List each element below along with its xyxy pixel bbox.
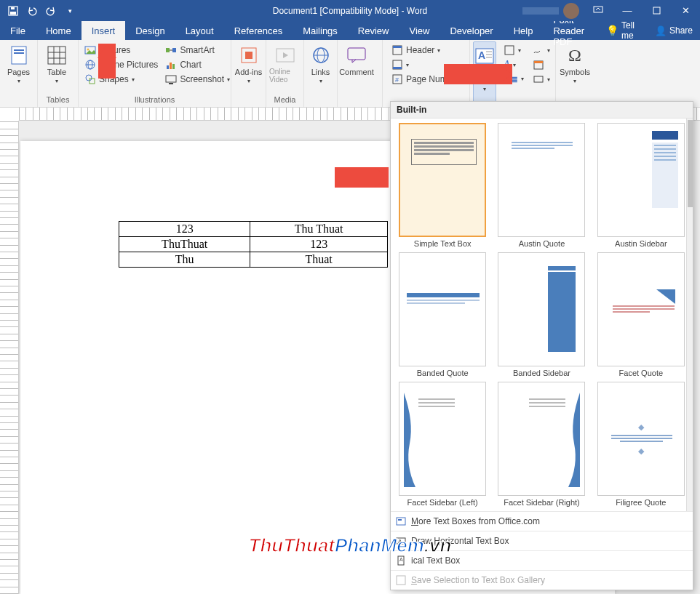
table-row: 123Thu Thuat xyxy=(119,222,388,237)
user-name-placeholder xyxy=(522,7,559,15)
svg-rect-50 xyxy=(398,519,402,521)
svg-rect-28 xyxy=(245,52,252,59)
gallery-item-facet-sidebar-left[interactable]: Facet Sidebar (Left) xyxy=(395,382,490,507)
tab-help[interactable]: Help xyxy=(504,21,544,40)
maximize-button[interactable] xyxy=(642,0,671,21)
svg-rect-20 xyxy=(166,48,170,52)
svg-rect-23 xyxy=(170,63,172,69)
share-button[interactable]: Share xyxy=(669,25,693,36)
svg-rect-45 xyxy=(505,46,514,55)
annotation-arrow xyxy=(335,167,389,188)
qat-customize-icon[interactable]: ▾ xyxy=(63,4,77,18)
textbox-dropdown: Built-in Simple Text Box Austin Quote Au… xyxy=(390,101,693,590)
tab-layout[interactable]: Layout xyxy=(175,21,224,40)
group-illustrations-label: Illustrations xyxy=(81,95,228,105)
chart-button[interactable]: Chart xyxy=(162,58,233,71)
annotation-arrow xyxy=(444,64,512,84)
more-textboxes-menu[interactable]: More Text Boxes from Office.com xyxy=(391,511,693,531)
svg-rect-26 xyxy=(169,83,173,84)
svg-rect-8 xyxy=(48,47,65,64)
svg-rect-22 xyxy=(167,65,169,69)
save-to-gallery-menu: Save Selection to Text Box Gallery xyxy=(391,570,693,590)
links-button[interactable]: Links▾ xyxy=(307,41,334,105)
svg-text:A: A xyxy=(399,557,403,562)
vertical-ruler[interactable] xyxy=(0,121,19,594)
svg-rect-48 xyxy=(534,76,543,82)
tab-developer[interactable]: Developer xyxy=(440,21,503,40)
minimize-button[interactable]: — xyxy=(613,0,642,21)
watermark-text: ThuThuatPhanMem.vn xyxy=(249,534,452,557)
date-time-button[interactable] xyxy=(530,58,553,71)
ribbon-tabs: File Home Insert Design Layout Reference… xyxy=(0,21,700,40)
tab-insert[interactable]: Insert xyxy=(81,21,126,40)
dropdown-section-header: Built-in xyxy=(391,102,693,119)
tab-home[interactable]: Home xyxy=(36,21,81,40)
document-table[interactable]: 123Thu Thuat ThuThuat123 ThuThuat xyxy=(119,221,388,268)
svg-rect-4 xyxy=(653,7,660,14)
gallery-item-austin-quote[interactable]: Austin Quote xyxy=(494,123,589,248)
group-media-label: Media xyxy=(269,95,301,105)
svg-rect-37 xyxy=(393,67,402,69)
gallery-item-filigree-quote[interactable]: ◆◆Filigree Quote xyxy=(594,382,688,507)
online-video-button[interactable]: Online Video xyxy=(269,41,301,95)
undo-button[interactable] xyxy=(25,4,39,18)
svg-rect-49 xyxy=(397,518,405,525)
pictures-button[interactable]: Pictures xyxy=(81,44,161,57)
object-button[interactable]: ▾ xyxy=(530,73,553,86)
svg-rect-25 xyxy=(166,76,176,82)
svg-rect-24 xyxy=(172,64,175,69)
tab-references[interactable]: References xyxy=(224,21,293,40)
pages-button[interactable]: Pages▾ xyxy=(3,41,34,105)
ribbon-options-button[interactable] xyxy=(584,0,613,21)
close-button[interactable]: ✕ xyxy=(671,0,700,21)
online-pictures-button[interactable]: Online Pictures xyxy=(81,58,161,71)
gallery-item-banded-sidebar[interactable]: Banded Sidebar xyxy=(494,252,589,377)
title-bar: ▾ Document1 [Compatibility Mode] - Word … xyxy=(0,0,700,21)
tab-mailings[interactable]: Mailings xyxy=(293,21,348,40)
tab-design[interactable]: Design xyxy=(125,21,175,40)
comment-button[interactable]: Comment xyxy=(341,41,373,105)
window-title: Document1 [Compatibility Mode] - Word xyxy=(273,6,428,16)
share-icon: 👤 xyxy=(655,25,667,36)
svg-rect-21 xyxy=(172,48,176,52)
symbols-button[interactable]: ΩSymbols▾ xyxy=(559,41,591,105)
svg-text:#: # xyxy=(395,76,399,84)
tell-me[interactable]: Tell me xyxy=(621,20,640,41)
svg-rect-19 xyxy=(90,79,95,84)
gallery-item-austin-sidebar[interactable]: Austin Sidebar xyxy=(594,123,688,248)
tab-file[interactable]: File xyxy=(0,21,36,40)
lightbulb-icon: 💡 xyxy=(606,25,619,36)
svg-rect-33 xyxy=(348,48,365,60)
annotation-arrow xyxy=(98,44,116,79)
quick-parts-button[interactable]: ▾ xyxy=(501,44,527,57)
svg-rect-7 xyxy=(14,52,24,54)
svg-rect-47 xyxy=(534,61,543,63)
svg-text:A: A xyxy=(478,49,485,61)
addins-button[interactable]: Add-ins▾ xyxy=(234,41,263,105)
shapes-button[interactable]: Shapes ▾ xyxy=(81,73,161,86)
save-button[interactable] xyxy=(6,4,20,18)
table-row: ThuThuat123 xyxy=(119,237,388,252)
gallery-item-facet-sidebar-right[interactable]: Facet Sidebar (Right) xyxy=(494,382,589,507)
tab-view[interactable]: View xyxy=(399,21,440,40)
tab-review[interactable]: Review xyxy=(348,21,399,40)
tab-foxit[interactable]: Foxit Reader PDF xyxy=(543,21,606,40)
gallery-scrollbar[interactable] xyxy=(686,119,693,511)
svg-rect-3 xyxy=(594,7,602,12)
svg-rect-55 xyxy=(397,576,405,585)
svg-rect-5 xyxy=(12,47,26,64)
svg-point-18 xyxy=(86,75,92,81)
smartart-button[interactable]: SmartArt xyxy=(162,44,233,57)
svg-rect-1 xyxy=(10,12,16,15)
gallery-item-facet-quote[interactable]: Facet Quote xyxy=(594,252,688,377)
table-button[interactable]: Table▾ xyxy=(41,41,73,95)
screenshot-button[interactable]: Screenshot ▾ xyxy=(162,73,233,86)
table-row: ThuThuat xyxy=(119,252,388,268)
svg-rect-6 xyxy=(14,49,24,51)
gallery-item-simple-text-box[interactable]: Simple Text Box xyxy=(395,123,490,248)
redo-button[interactable] xyxy=(44,4,58,18)
gallery-item-banded-quote[interactable]: Banded Quote xyxy=(395,252,490,377)
user-avatar[interactable] xyxy=(563,3,579,19)
header-button[interactable]: Header ▾ xyxy=(389,44,469,57)
signature-line-button[interactable]: ▾ xyxy=(530,44,553,57)
